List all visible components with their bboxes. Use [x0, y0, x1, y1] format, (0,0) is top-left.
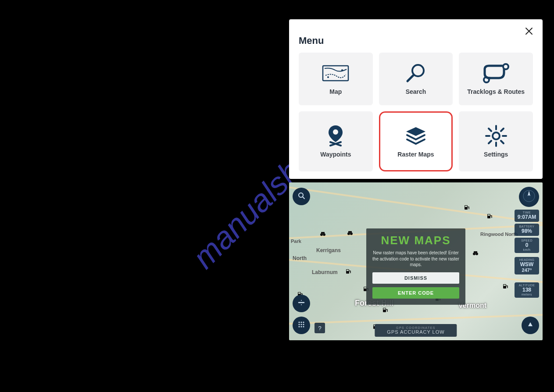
svg-point-2: [341, 69, 343, 71]
road-line: [289, 185, 543, 225]
svg-rect-31: [348, 231, 352, 233]
map-icon: [322, 63, 350, 84]
compass-button[interactable]: [519, 187, 539, 207]
fuel-poi-icon: [382, 307, 388, 313]
map-view[interactable]: Forest Hill Vermont Laburnum Kerrigans N…: [289, 182, 543, 340]
svg-point-41: [298, 324, 300, 325]
search-map-button[interactable]: [293, 188, 310, 205]
stat-value: 0: [515, 242, 538, 248]
stat-label: BATTERY: [515, 225, 538, 228]
stat-battery[interactable]: BATTERY 98%: [515, 224, 539, 236]
gps-accuracy-label: GPS COORDINATES: [387, 326, 444, 329]
search-icon: [297, 192, 305, 201]
place-label-park: Park: [291, 239, 301, 244]
menu-grid: Map Search Tracklogs & Route: [299, 53, 533, 171]
stat-altitude[interactable]: ALTITUDE 138 meters: [515, 282, 539, 298]
svg-rect-34: [474, 251, 477, 253]
binoculars-poi-icon: [472, 250, 479, 256]
svg-rect-19: [347, 270, 349, 271]
menu-tile-search[interactable]: Search: [379, 53, 453, 105]
dialog-title: NEW MAPS: [372, 234, 459, 247]
stat-unit: km/h: [515, 248, 538, 251]
close-button[interactable]: [525, 27, 533, 37]
svg-point-39: [300, 321, 302, 323]
svg-point-44: [298, 326, 300, 327]
fuel-poi-icon: [486, 213, 493, 219]
enter-code-button[interactable]: ENTER CODE: [372, 287, 459, 299]
svg-rect-21: [488, 214, 490, 216]
svg-point-46: [303, 326, 304, 327]
svg-point-6: [333, 129, 338, 135]
stat-unit: 247°: [515, 267, 538, 273]
menu-tile-label: Map: [329, 88, 342, 95]
svg-point-1: [327, 76, 329, 78]
menu-title: Menu: [299, 35, 533, 46]
stat-label: HEADING: [515, 258, 538, 261]
fuel-poi-icon: [502, 283, 508, 289]
close-icon: [525, 29, 533, 36]
binoculars-poi-icon: [320, 231, 326, 237]
stat-value: WSW: [515, 261, 538, 267]
menu-tile-map[interactable]: Map: [299, 53, 373, 105]
svg-point-42: [300, 324, 302, 325]
fuel-poi-icon: [464, 204, 470, 210]
menu-tile-settings[interactable]: Settings: [459, 111, 533, 171]
svg-point-40: [303, 321, 304, 323]
gps-accuracy-value: GPS ACCURACY LOW: [387, 329, 444, 335]
menu-tile-label: Raster Maps: [397, 151, 434, 158]
stat-label: SPEED: [515, 239, 538, 242]
new-maps-dialog: NEW MAPS New raster maps have been detec…: [366, 228, 465, 305]
recenter-button[interactable]: [522, 317, 539, 334]
triangle-up-icon: [527, 321, 534, 330]
compass-icon: [522, 189, 536, 204]
dismiss-button[interactable]: DISMISS: [372, 272, 459, 284]
svg-point-38: [298, 321, 300, 323]
stat-label: TIME: [515, 211, 538, 214]
road-line: [289, 314, 543, 325]
svg-rect-25: [504, 285, 506, 286]
place-label-north: North: [293, 255, 307, 261]
help-button[interactable]: ?: [315, 323, 325, 333]
zoom-out-button[interactable]: [293, 295, 310, 312]
stat-heading[interactable]: HEADING WSW 247°: [515, 257, 539, 274]
svg-point-7: [493, 132, 500, 139]
menu-tile-routes[interactable]: Tracklogs & Routes: [459, 53, 533, 105]
stat-label: ALTITUDE: [515, 284, 538, 287]
grid-icon: [297, 321, 305, 330]
svg-point-37: [301, 304, 302, 305]
place-label-kerrigans: Kerrigans: [316, 247, 341, 253]
svg-rect-28: [321, 232, 325, 234]
fuel-poi-icon: [345, 268, 351, 274]
svg-point-45: [300, 326, 302, 327]
svg-rect-15: [383, 308, 386, 310]
menu-tile-label: Waypoints: [320, 151, 351, 158]
menu-tile-raster-maps[interactable]: Raster Maps: [379, 111, 453, 171]
stat-value: 138: [515, 287, 538, 293]
menu-panel: Menu Map Search: [289, 19, 543, 179]
search-icon: [402, 63, 430, 84]
minus-icon: [297, 299, 305, 308]
layers-icon: [402, 125, 430, 146]
place-label-laburnum: Laburnum: [312, 269, 338, 275]
menu-tile-label: Settings: [484, 151, 508, 158]
svg-point-36: [301, 300, 302, 301]
menu-tile-label: Tracklogs & Routes: [467, 88, 525, 95]
gps-accuracy-bar: GPS COORDINATES GPS ACCURACY LOW: [375, 324, 457, 337]
dialog-body: New raster maps have been detected! Ente…: [372, 250, 459, 268]
stat-value: 98%: [515, 228, 538, 234]
svg-point-43: [303, 324, 304, 325]
stat-value: 9:07AM: [515, 214, 538, 220]
waypoint-icon: [322, 125, 350, 146]
route-icon: [482, 63, 510, 84]
stat-speed[interactable]: SPEED 0 km/h: [515, 238, 539, 253]
menu-tile-label: Search: [406, 88, 426, 95]
svg-rect-23: [465, 206, 467, 207]
stat-unit: meters: [515, 293, 538, 296]
gear-icon: [482, 125, 510, 146]
svg-rect-9: [298, 292, 300, 294]
stat-time[interactable]: TIME 9:07AM: [515, 210, 539, 222]
binoculars-poi-icon: [347, 230, 353, 236]
place-label-ringwood: Ringwood North: [480, 232, 518, 237]
apps-button[interactable]: [293, 317, 310, 334]
menu-tile-waypoints[interactable]: Waypoints: [299, 111, 373, 171]
